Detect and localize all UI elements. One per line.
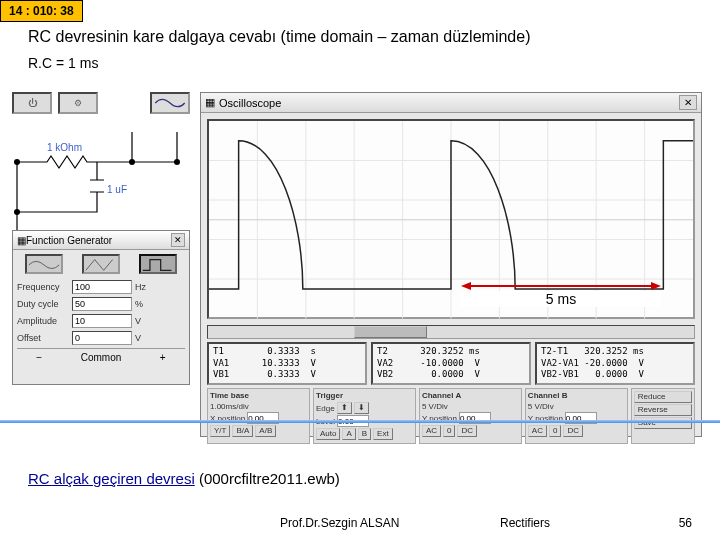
- ab-button[interactable]: A/B: [255, 425, 276, 437]
- author-name: Prof.Dr.Sezgin ALSAN: [280, 516, 399, 530]
- cha-scale[interactable]: 5 V/Div: [422, 402, 448, 411]
- fg-off-unit: V: [135, 333, 155, 343]
- svg-point-0: [14, 159, 20, 165]
- fg-amp-label: Amplitude: [17, 316, 69, 326]
- scope-title-text: Oscilloscope: [219, 97, 281, 109]
- slide-title: RC devresinin kare dalgaya cevabı (time …: [28, 28, 530, 46]
- circuit-diagram: ⏻ ⚙ 1 kOhm 1 uF: [12, 92, 190, 227]
- readout-t2: T2 320.3252 ms VA2 -10.0000 V VB2 0.0000…: [371, 342, 531, 385]
- slide-number-badge: 14 : 010: 38: [0, 0, 83, 22]
- oscilloscope-window: ▦ Oscilloscope ✕ 5 ms T1 0.3333 s VA1 10…: [200, 92, 702, 437]
- ewb-link[interactable]: RC alçak geçiren devresi: [28, 470, 195, 487]
- close-icon[interactable]: ✕: [679, 95, 697, 110]
- fg-off-label: Offset: [17, 333, 69, 343]
- fg-title-text: Function Generator: [26, 235, 112, 246]
- function-generator-window: ▦ Function Generator ✕ FrequencyHz Duty …: [12, 230, 190, 385]
- fg-duty-input[interactable]: [72, 297, 132, 311]
- trigger-panel: Trigger Edge⬆⬇ Level AutoABExt: [313, 388, 416, 444]
- fg-minus-terminal[interactable]: −: [36, 352, 42, 363]
- fg-amp-input[interactable]: [72, 314, 132, 328]
- channel-b-panel: Channel B 5 V/Div Y position AC0DC: [525, 388, 628, 444]
- section-name: Rectifiers: [500, 516, 550, 530]
- time-annotation: 5 ms: [461, 279, 661, 307]
- svg-point-3: [174, 159, 180, 165]
- scope-screen[interactable]: 5 ms: [207, 119, 695, 319]
- fg-duty-label: Duty cycle: [17, 299, 69, 309]
- timebase-panel: Time base 1.00ms/div X position Y/TB/AA/…: [207, 388, 310, 444]
- fg-freq-label: Frequency: [17, 282, 69, 292]
- footer-link: RC alçak geçiren devresi (000rcfiltre201…: [28, 470, 340, 487]
- scope-scrollbar[interactable]: [207, 325, 695, 339]
- reverse-button[interactable]: Reverse: [634, 404, 692, 416]
- fg-plus-terminal[interactable]: +: [160, 352, 166, 363]
- triangle-wave-button[interactable]: [82, 254, 120, 274]
- capacitor-label: 1 uF: [107, 184, 127, 195]
- square-wave-button[interactable]: [139, 254, 177, 274]
- edge-rise-icon[interactable]: ⬆: [337, 402, 352, 414]
- ba-button[interactable]: B/A: [232, 425, 253, 437]
- switch-box-2[interactable]: ⚙: [58, 92, 98, 114]
- svg-marker-19: [461, 282, 471, 290]
- svg-point-2: [129, 159, 135, 165]
- channel-a-panel: Channel A 5 V/Div Y position AC0DC: [419, 388, 522, 444]
- close-icon[interactable]: ✕: [171, 233, 185, 247]
- fg-duty-unit: %: [135, 299, 155, 309]
- slide-subtitle: R.C = 1 ms: [28, 55, 98, 71]
- fg-icon: ▦: [17, 235, 26, 246]
- fg-freq-input[interactable]: [72, 280, 132, 294]
- fg-common-terminal[interactable]: Common: [81, 352, 122, 363]
- readout-diff: T2-T1 320.3252 ms VA2-VA1 -20.0000 V VB2…: [535, 342, 695, 385]
- fg-freq-unit: Hz: [135, 282, 155, 292]
- page-number: 56: [679, 516, 692, 530]
- yt-button[interactable]: Y/T: [210, 425, 230, 437]
- timebase-scale[interactable]: 1.00ms/div: [210, 402, 249, 411]
- sine-wave-button[interactable]: [25, 254, 63, 274]
- scope-icon-box[interactable]: [150, 92, 190, 114]
- reduce-button[interactable]: Reduce: [634, 391, 692, 403]
- divider: [0, 420, 720, 423]
- reduce-panel: Reduce Reverse Save: [631, 388, 695, 444]
- edge-fall-icon[interactable]: ⬇: [354, 402, 369, 414]
- fg-amp-unit: V: [135, 316, 155, 326]
- fg-off-input[interactable]: [72, 331, 132, 345]
- scope-icon: ▦: [205, 96, 215, 109]
- chb-scale[interactable]: 5 V/Div: [528, 402, 554, 411]
- readout-t1: T1 0.3333 s VA1 10.3333 V VB1 0.3333 V: [207, 342, 367, 385]
- svg-marker-20: [651, 282, 661, 290]
- ewb-file: (000rcfiltre2011.ewb): [199, 470, 340, 487]
- switch-box-1[interactable]: ⏻: [12, 92, 52, 114]
- save-button[interactable]: Save: [634, 417, 692, 429]
- auto-button[interactable]: Auto: [316, 428, 340, 440]
- svg-point-1: [14, 209, 20, 215]
